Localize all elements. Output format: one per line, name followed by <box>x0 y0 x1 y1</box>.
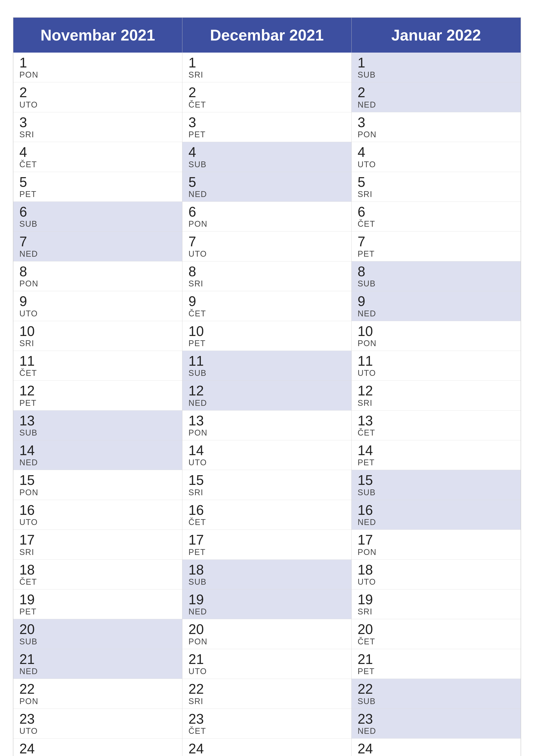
day-number: 11 <box>19 353 176 368</box>
day-cell: 17PON <box>352 530 521 559</box>
day-number: 14 <box>189 443 345 458</box>
day-cell: 8SUB <box>352 261 521 291</box>
day-cell: 21PET <box>352 649 521 679</box>
day-number: 2 <box>189 85 345 100</box>
day-number: 3 <box>358 115 515 130</box>
day-cell: 13SUB <box>13 411 182 440</box>
day-number: 6 <box>19 204 176 219</box>
day-cell: 2UTO <box>13 82 182 112</box>
day-number: 14 <box>19 443 176 458</box>
day-cell: 9NED <box>352 291 521 321</box>
day-cell: 2ČET <box>182 82 351 112</box>
day-cell: 11SUB <box>182 351 351 381</box>
day-name: UTO <box>19 726 176 736</box>
day-cell: 14PET <box>352 440 521 470</box>
day-number: 4 <box>19 145 176 160</box>
day-number: 14 <box>358 443 515 458</box>
day-cell: 11UTO <box>352 351 521 381</box>
day-number: 1 <box>358 55 515 70</box>
day-name: PON <box>189 637 345 646</box>
day-cell: 3PON <box>352 112 521 142</box>
day-name: PET <box>189 339 345 348</box>
day-cell: 24PON <box>352 739 521 756</box>
day-name: UTO <box>19 100 176 109</box>
day-cell: 1SUB <box>352 53 521 82</box>
day-cell: 22PON <box>13 679 182 709</box>
day-number: 24 <box>189 741 345 756</box>
day-cell: 18ČET <box>13 560 182 589</box>
header-row: Novembar 2021 Decembar 2021 Januar 2022 <box>13 18 521 53</box>
day-cell: 23NED <box>352 709 521 739</box>
day-number: 15 <box>19 472 176 488</box>
day-name: PET <box>19 607 176 616</box>
day-cell: 6SUB <box>13 202 182 231</box>
day-number: 1 <box>19 55 176 70</box>
day-name: PON <box>19 70 176 80</box>
day-name: PON <box>358 130 515 139</box>
day-number: 10 <box>19 324 176 339</box>
day-number: 5 <box>189 175 345 190</box>
day-cell: 5NED <box>182 172 351 202</box>
day-cell: 18UTO <box>352 560 521 589</box>
day-name: PET <box>358 249 515 258</box>
day-number: 13 <box>358 413 515 428</box>
day-number: 22 <box>358 682 515 696</box>
day-cell: 1PON <box>13 53 182 82</box>
day-cell: 2NED <box>352 82 521 112</box>
day-number: 23 <box>189 712 345 726</box>
day-name: ČET <box>19 160 176 169</box>
day-number: 11 <box>189 353 345 368</box>
day-cell: 10PON <box>352 321 521 351</box>
day-number: 20 <box>358 622 515 637</box>
day-cell: 7NED <box>13 231 182 261</box>
day-name: NED <box>19 667 176 676</box>
day-cell: 17PET <box>182 530 351 559</box>
day-name: SUB <box>19 219 176 229</box>
day-cell: 17SRI <box>13 530 182 559</box>
day-name: PON <box>19 697 176 706</box>
day-name: SUB <box>19 428 176 438</box>
day-number: 20 <box>19 622 176 637</box>
day-name: UTO <box>189 667 345 676</box>
day-cell: 13ČET <box>352 411 521 440</box>
day-number: 7 <box>189 234 345 249</box>
day-number: 10 <box>358 324 515 339</box>
day-number: 8 <box>19 264 176 279</box>
day-name: SUB <box>358 279 515 288</box>
day-name: SRI <box>189 70 345 80</box>
day-cell: 12SRI <box>352 381 521 410</box>
day-number: 6 <box>189 204 345 219</box>
day-number: 3 <box>189 115 345 130</box>
calendar-container: Novembar 2021 Decembar 2021 Januar 2022 … <box>13 17 521 756</box>
day-name: PET <box>189 130 345 139</box>
day-cell: 11ČET <box>13 351 182 381</box>
day-number: 7 <box>19 234 176 249</box>
day-number: 4 <box>189 145 345 160</box>
day-name: SRI <box>358 607 515 616</box>
day-name: SRI <box>358 190 515 199</box>
day-name: UTO <box>19 309 176 318</box>
day-number: 18 <box>19 562 176 577</box>
day-number: 17 <box>19 532 176 547</box>
day-cell: 22SRI <box>182 679 351 709</box>
day-number: 13 <box>19 413 176 428</box>
day-number: 22 <box>189 682 345 696</box>
day-cell: 4SUB <box>182 142 351 172</box>
day-name: UTO <box>189 249 345 258</box>
day-name: PON <box>358 548 515 557</box>
day-name: SRI <box>19 339 176 348</box>
day-name: UTO <box>358 368 515 378</box>
day-name: UTO <box>358 160 515 169</box>
day-name: SRI <box>19 130 176 139</box>
day-cell: 3SRI <box>13 112 182 142</box>
day-number: 8 <box>358 264 515 279</box>
day-name: ČET <box>19 577 176 587</box>
day-name: NED <box>358 100 515 109</box>
day-name: SUB <box>189 368 345 378</box>
day-cell: 3PET <box>182 112 351 142</box>
day-name: NED <box>19 458 176 467</box>
day-cell: 23UTO <box>13 709 182 739</box>
day-name: SUB <box>358 697 515 706</box>
day-cell: 4ČET <box>13 142 182 172</box>
day-number: 7 <box>358 234 515 249</box>
